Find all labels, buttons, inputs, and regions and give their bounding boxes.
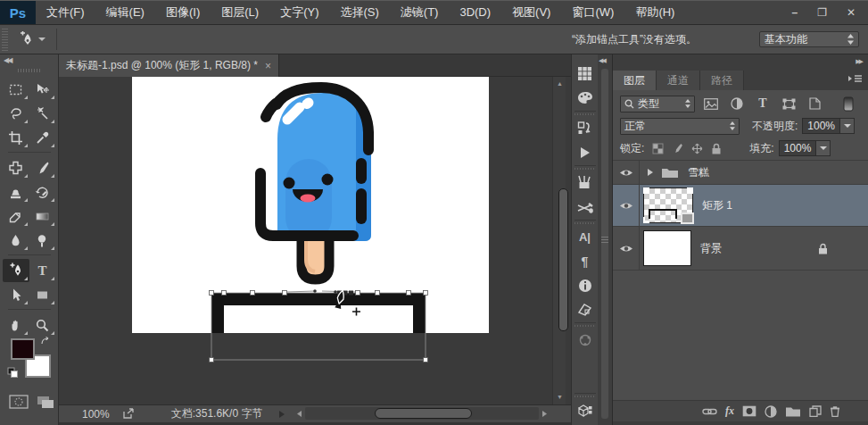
- panel-menu-icon[interactable]: [847, 71, 868, 90]
- tool-magic-wand[interactable]: [29, 102, 56, 125]
- info-panel-icon[interactable]: [573, 273, 598, 297]
- color-panel-icon[interactable]: [573, 86, 598, 110]
- filter-smart-objects-icon[interactable]: [805, 97, 824, 110]
- visibility-toggle[interactable]: [613, 161, 640, 184]
- tab-paths[interactable]: 路径: [700, 71, 744, 90]
- 3d-panel-icon[interactable]: [573, 328, 598, 352]
- tab-layers[interactable]: 图层: [613, 71, 657, 90]
- canvas-horizontal-scrollbar[interactable]: [305, 407, 539, 420]
- default-colors-icon[interactable]: [7, 367, 18, 378]
- tool-eraser[interactable]: [3, 204, 29, 228]
- lock-position-icon[interactable]: [687, 143, 707, 154]
- quick-mask-button[interactable]: [7, 392, 30, 412]
- toolbox-collapse-button[interactable]: ◀◀: [0, 54, 58, 67]
- blend-mode-dropdown[interactable]: 正常: [620, 118, 740, 135]
- layer-row-background[interactable]: 背景: [613, 227, 868, 271]
- character-panel-icon[interactable]: A|: [573, 225, 598, 249]
- filter-type-layers-icon[interactable]: T: [753, 96, 773, 111]
- tool-horizontal-type[interactable]: T: [29, 259, 56, 282]
- new-adjustment-layer-icon[interactable]: [765, 405, 777, 418]
- menu-3d[interactable]: 3D(D): [449, 1, 501, 24]
- scroll-right-icon[interactable]: [541, 410, 548, 418]
- swatches-panel-icon[interactable]: [573, 62, 598, 86]
- tab-channels[interactable]: 通道: [657, 71, 700, 90]
- menu-filter[interactable]: 滤镜(T): [390, 1, 450, 24]
- actions-panel-icon[interactable]: [573, 140, 598, 164]
- opacity-dropdown-button[interactable]: [840, 118, 855, 134]
- document-tab-close-icon[interactable]: ×: [265, 60, 271, 72]
- tool-add-anchor-point[interactable]: [3, 259, 29, 282]
- scroll-up-icon[interactable]: ▲: [553, 79, 566, 89]
- history-panel-icon[interactable]: [573, 116, 598, 140]
- menu-view[interactable]: 视图(V): [501, 1, 561, 24]
- vertical-scroll-thumb[interactable]: [558, 188, 568, 331]
- close-button[interactable]: ✕: [847, 6, 856, 19]
- collapse-dock-button[interactable]: ▶▶: [613, 54, 868, 71]
- layer-style-fx-icon[interactable]: fx: [725, 404, 734, 418]
- measurement-log-panel-icon[interactable]: [573, 297, 598, 321]
- visibility-toggle[interactable]: [613, 227, 640, 270]
- toolbox-gripper[interactable]: [18, 69, 41, 72]
- new-layer-icon[interactable]: [809, 405, 822, 417]
- document-tab[interactable]: 未标题-1.psd @ 100% (矩形 1, RGB/8) * ×: [59, 54, 279, 77]
- layer-row-group[interactable]: 雪糕: [613, 161, 868, 185]
- tool-path-selection[interactable]: [3, 283, 29, 306]
- clone-source-panel-icon[interactable]: [573, 195, 598, 219]
- brush-presets-panel-icon[interactable]: [573, 171, 598, 195]
- menu-layer[interactable]: 图层(L): [211, 1, 269, 24]
- tool-zoom[interactable]: [29, 313, 56, 337]
- horizontal-scroll-thumb[interactable]: [375, 408, 472, 419]
- dock-divider[interactable]: ◀◀: [598, 54, 612, 425]
- link-layers-icon[interactable]: [702, 407, 717, 416]
- tool-lasso[interactable]: [3, 102, 29, 125]
- current-tool-preset[interactable]: [12, 29, 51, 49]
- tool-hand[interactable]: [3, 313, 29, 337]
- screen-mode-button[interactable]: [34, 392, 57, 412]
- tool-move[interactable]: [29, 78, 56, 101]
- filter-toggle-switch[interactable]: [843, 96, 854, 112]
- tool-crop[interactable]: [3, 126, 29, 149]
- paragraph-panel-icon[interactable]: ¶: [573, 249, 598, 273]
- fill-dropdown-button[interactable]: [816, 140, 831, 156]
- canvas-vertical-scrollbar[interactable]: ▲ ▼: [552, 77, 566, 404]
- lock-pixels-icon[interactable]: [667, 143, 687, 154]
- tool-clone-stamp[interactable]: [3, 180, 29, 204]
- lock-transparency-icon[interactable]: [648, 143, 667, 154]
- strip-group-separator[interactable]: [575, 220, 596, 224]
- maximize-button[interactable]: ❐: [817, 6, 827, 19]
- opacity-value-field[interactable]: 100%: [802, 118, 840, 134]
- document-canvas[interactable]: [59, 77, 571, 404]
- workspace-switcher[interactable]: 基本功能: [759, 31, 859, 47]
- menu-image[interactable]: 图像(I): [155, 1, 211, 24]
- foreground-color-swatch[interactable]: [11, 338, 35, 360]
- add-layer-mask-icon[interactable]: [742, 405, 756, 417]
- filter-pixel-layers-icon[interactable]: [701, 98, 721, 110]
- strip-group-separator[interactable]: [575, 111, 596, 115]
- new-group-icon[interactable]: [785, 405, 801, 417]
- tool-gradient[interactable]: [29, 204, 56, 228]
- tool-eyedropper[interactable]: [29, 126, 56, 149]
- layer-filter-kind-dropdown[interactable]: 类型: [620, 96, 695, 112]
- swap-colors-icon[interactable]: [40, 337, 52, 348]
- tool-history-brush[interactable]: [29, 180, 56, 204]
- menu-select[interactable]: 选择(S): [329, 1, 389, 24]
- expand-panels-button[interactable]: ◀◀: [598, 54, 612, 67]
- disclosure-triangle-icon[interactable]: [647, 168, 654, 177]
- strip-group-separator[interactable]: [575, 322, 596, 327]
- tool-brush[interactable]: [29, 156, 56, 179]
- lock-all-icon[interactable]: [707, 143, 726, 154]
- timeline-panel-icon[interactable]: [573, 398, 598, 422]
- tool-rectangle-shape[interactable]: [29, 283, 56, 306]
- strip-group-separator[interactable]: [575, 393, 596, 397]
- tool-rectangular-marquee[interactable]: [3, 78, 29, 101]
- layer-thumbnail[interactable]: [643, 188, 693, 223]
- export-icon[interactable]: [122, 408, 136, 420]
- fill-value-field[interactable]: 100%: [779, 140, 817, 156]
- filter-adjustment-layers-icon[interactable]: [727, 97, 747, 110]
- menu-file[interactable]: 文件(F): [36, 1, 95, 24]
- status-options-icon[interactable]: [278, 410, 285, 419]
- scroll-down-icon[interactable]: ▼: [553, 392, 566, 403]
- menu-type[interactable]: 文字(Y): [269, 1, 329, 24]
- strip-group-separator[interactable]: [575, 165, 596, 170]
- layer-row-rectangle[interactable]: 矩形 1: [613, 185, 868, 227]
